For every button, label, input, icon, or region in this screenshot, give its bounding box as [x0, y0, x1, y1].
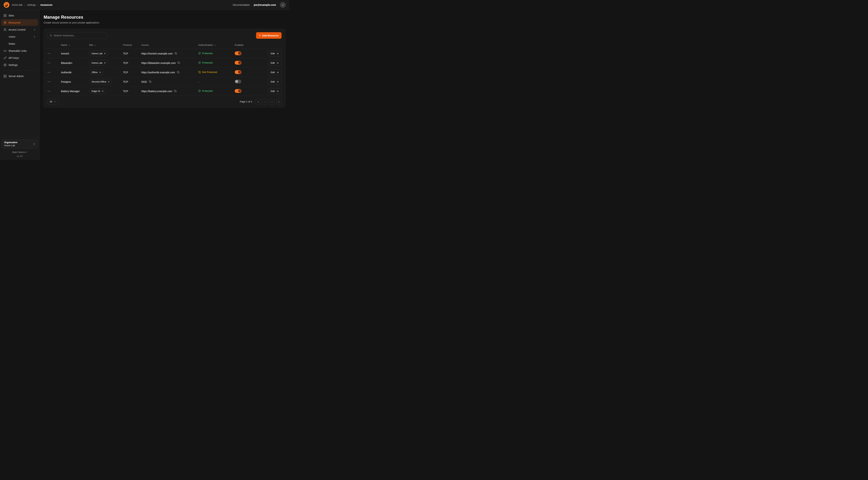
header-label: Access	[141, 43, 149, 46]
toggle-knob	[238, 70, 241, 73]
sidebar-item-resources[interactable]: Resources	[1, 19, 38, 26]
edit-button[interactable]: Edit	[268, 51, 282, 57]
sidebar-item-roles[interactable]: Roles	[1, 40, 38, 47]
key-icon	[3, 56, 7, 60]
sort-icon: ↑↓	[94, 44, 96, 46]
enabled-toggle[interactable]	[235, 80, 241, 84]
column-header-name[interactable]: Name ↑↓	[61, 43, 89, 46]
page-title: Manage Resources	[43, 14, 285, 20]
sidebar-item-sites[interactable]: Sites	[1, 12, 38, 19]
sidebar-item-label: Access Control	[8, 28, 26, 31]
external-link-icon	[99, 71, 101, 73]
external-link-icon	[101, 90, 104, 92]
first-page-button[interactable]: «	[255, 99, 261, 104]
resources-toolbar: + Add Resource	[48, 32, 282, 39]
sidebar-nav: Sites Resources Access Control Users Rol	[0, 12, 39, 137]
copy-icon[interactable]	[174, 90, 177, 93]
chevron-right-icon	[33, 35, 36, 38]
avatar[interactable]: J	[280, 2, 286, 8]
site-link-button[interactable]: Home Lab	[89, 51, 108, 56]
column-header-authentication[interactable]: Authentication ↑↓	[198, 43, 235, 46]
add-resource-button[interactable]: + Add Resource	[256, 32, 282, 39]
access-url: https://battery.example.com	[141, 90, 172, 93]
ellipsis-icon: ⋯	[48, 61, 51, 65]
sidebar-item-label: API Keys	[8, 57, 19, 59]
sidebar-item-users[interactable]: Users	[1, 33, 38, 40]
breadcrumb-resources[interactable]: resources	[40, 3, 53, 6]
sidebar-item-server-admin[interactable]: Server Admin	[1, 73, 38, 80]
enabled-toggle[interactable]	[235, 51, 241, 55]
edit-button[interactable]: Edit	[268, 79, 282, 85]
row-menu-button[interactable]: ⋯	[48, 80, 53, 84]
page-size-select[interactable]: 20	[48, 99, 58, 104]
copy-icon[interactable]	[178, 62, 180, 64]
site-name: Edge 01	[92, 90, 100, 92]
open-source-label: Open Source	[12, 151, 25, 153]
row-menu-button[interactable]: ⋯	[48, 61, 53, 65]
sidebar-item-label: Resources	[8, 21, 21, 24]
organization-selector[interactable]: Organization Home Lab	[2, 140, 38, 148]
sidebar-item-api-keys[interactable]: API Keys	[1, 55, 38, 61]
site-link-button[interactable]: Office	[89, 69, 104, 75]
ellipsis-icon: ⋯	[48, 89, 51, 93]
open-source-link[interactable]: Open Source ↗	[2, 151, 38, 153]
arrow-right-icon	[276, 71, 279, 74]
search-input[interactable]	[48, 32, 107, 39]
row-menu-button[interactable]: ⋯	[48, 51, 53, 56]
users-icon	[3, 28, 7, 31]
chevron-left-icon: ‹	[265, 100, 266, 103]
sidebar: Sites Resources Access Control Users Rol	[0, 10, 40, 160]
site-name: Home Lab	[92, 52, 102, 55]
gear-icon	[3, 63, 7, 67]
breadcrumb: home-lab › settings › resources	[12, 3, 53, 6]
search-wrap	[48, 32, 107, 39]
previous-page-button[interactable]: ‹	[262, 99, 268, 104]
server-icon	[3, 74, 7, 78]
sidebar-item-shareable-links[interactable]: Shareable Links	[1, 48, 38, 54]
sidebar-item-access-control[interactable]: Access Control	[1, 26, 38, 33]
breadcrumb-settings[interactable]: settings	[27, 3, 36, 6]
shield-check-icon	[198, 61, 201, 64]
user-email[interactable]: joe@example.com	[254, 3, 276, 6]
shield-off-icon	[198, 71, 201, 73]
sidebar-item-settings[interactable]: Settings	[1, 62, 38, 68]
enabled-toggle[interactable]	[235, 89, 241, 93]
search-icon	[50, 34, 52, 37]
documentation-link[interactable]: Documentation	[233, 3, 250, 6]
breadcrumb-home-lab[interactable]: home-lab	[12, 3, 23, 6]
last-page-button[interactable]: »	[276, 99, 282, 104]
enabled-toggle[interactable]	[235, 61, 241, 65]
header-label: Site	[89, 43, 93, 46]
sidebar-item-label: Shareable Links	[8, 50, 27, 52]
sort-icon: ↑↓	[68, 44, 70, 46]
app-logo-icon	[4, 2, 9, 8]
chevron-down-icon	[33, 28, 36, 31]
toggle-knob	[238, 52, 241, 55]
topbar-right: Documentation joe@example.com J	[233, 2, 286, 8]
row-menu-button[interactable]: ⋯	[48, 70, 53, 74]
next-page-button[interactable]: ›	[269, 99, 275, 104]
edit-button[interactable]: Edit	[268, 60, 282, 66]
sidebar-item-label: Roles	[9, 42, 15, 45]
site-link-button[interactable]: Second Office	[89, 79, 112, 85]
edit-button[interactable]: Edit	[268, 69, 282, 75]
table-row: ⋯ Authentik Office TCP https://authentik…	[48, 68, 282, 77]
edit-button[interactable]: Edit	[268, 88, 282, 94]
copy-icon[interactable]	[149, 80, 152, 83]
auth-badge: Not Protected	[198, 71, 217, 73]
ellipsis-icon: ⋯	[48, 52, 51, 55]
site-link-button[interactable]: Edge 01	[89, 88, 106, 94]
column-header-site[interactable]: Site ↑↓	[89, 43, 123, 46]
copy-icon[interactable]	[175, 52, 178, 55]
enabled-toggle[interactable]	[235, 70, 241, 74]
table-footer: 20 Page 1 of 1 « ‹ › »	[48, 99, 282, 104]
sidebar-bottom: Organization Home Lab Open Source ↗ v1.3…	[0, 137, 39, 160]
site-link-button[interactable]: Home Lab	[89, 60, 108, 66]
external-link-icon	[104, 53, 106, 55]
protocol: TCP	[123, 80, 141, 83]
protocol: TCP	[123, 90, 141, 93]
arrow-right-icon	[276, 81, 279, 83]
column-header-protocol: Protocol	[123, 43, 141, 46]
copy-icon[interactable]	[177, 71, 180, 74]
row-menu-button[interactable]: ⋯	[48, 89, 53, 93]
